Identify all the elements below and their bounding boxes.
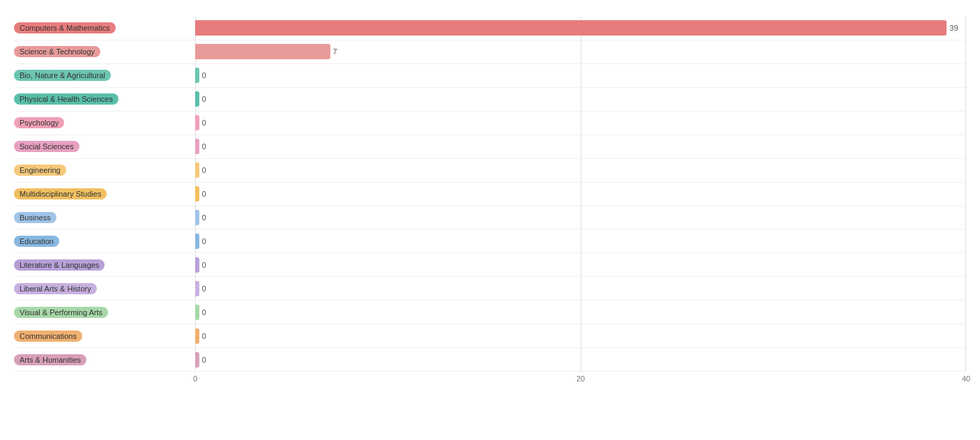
bar-value-label: 0	[202, 190, 206, 198]
bar-fill	[195, 139, 199, 154]
bar-label: Communications	[14, 331, 195, 342]
bar-track: 0	[195, 210, 966, 225]
bar-track: 0	[195, 352, 966, 367]
bar-row: Science & Technology7	[14, 40, 966, 64]
bar-label: Psychology	[14, 117, 195, 128]
bar-row: Literature & Languages0	[14, 253, 966, 277]
bar-label: Computers & Mathematics	[14, 22, 195, 33]
bar-label: Social Sciences	[14, 141, 195, 152]
bar-track: 0	[195, 328, 966, 344]
bar-track: 0	[195, 305, 966, 320]
bar-label: Bio, Nature & Agricultural	[14, 70, 195, 81]
bar-track: 0	[195, 281, 966, 296]
bar-fill	[195, 68, 199, 83]
bar-label-pill: Visual & Performing Arts	[14, 307, 108, 318]
bar-row: Computers & Mathematics39	[14, 17, 966, 40]
bar-track: 0	[195, 68, 966, 83]
bar-row: Social Sciences0	[14, 135, 966, 159]
bar-value-label: 0	[202, 71, 206, 79]
bar-label: Science & Technology	[14, 46, 195, 57]
bar-row: Engineering0	[14, 159, 966, 183]
bar-label-pill: Arts & Humanities	[14, 354, 86, 365]
x-tick-label: 20	[576, 374, 585, 383]
bar-label: Education	[14, 236, 195, 247]
bar-track: 0	[195, 91, 966, 107]
bar-label: Arts & Humanities	[14, 354, 195, 365]
bar-row: Business0	[14, 206, 966, 230]
bar-label-pill: Psychology	[14, 117, 64, 128]
bar-label-pill: Communications	[14, 331, 82, 342]
bar-row: Visual & Performing Arts0	[14, 301, 966, 324]
bar-label: Physical & Health Sciences	[14, 93, 195, 105]
bar-fill	[195, 257, 199, 273]
bar-label-pill: Engineering	[14, 165, 66, 176]
chart-container: Computers & Mathematics39Science & Techn…	[0, 0, 980, 440]
bar-label: Visual & Performing Arts	[14, 307, 195, 318]
bar-value-label: 0	[202, 332, 206, 340]
bar-value-label: 0	[202, 213, 206, 222]
bar-track: 0	[195, 257, 966, 273]
bar-track: 0	[195, 234, 966, 249]
bar-fill	[195, 91, 199, 107]
chart-area: Computers & Mathematics39Science & Techn…	[14, 17, 966, 388]
bar-value-label: 0	[202, 119, 206, 127]
bar-fill	[195, 115, 199, 130]
bar-label-pill: Multidisciplinary Studies	[14, 188, 107, 199]
bar-track: 0	[195, 139, 966, 154]
bar-value-label: 39	[949, 24, 958, 32]
bar-row: Education0	[14, 229, 966, 253]
bar-value-label: 0	[202, 261, 206, 269]
bar-row: Multidisciplinary Studies0	[14, 183, 966, 206]
bar-label: Engineering	[14, 165, 195, 176]
bar-label-pill: Education	[14, 236, 59, 247]
bar-label-pill: Bio, Nature & Agricultural	[14, 70, 111, 81]
x-axis: 02040	[195, 374, 966, 388]
bar-track: 0	[195, 162, 966, 178]
bar-track: 0	[195, 115, 966, 130]
x-tick-label: 40	[962, 374, 970, 383]
bar-label: Liberal Arts & History	[14, 283, 195, 294]
bar-fill	[195, 162, 199, 178]
bar-label-pill: Liberal Arts & History	[14, 283, 97, 294]
bar-value-label: 7	[333, 47, 337, 56]
bar-value-label: 0	[202, 308, 206, 317]
bar-fill	[195, 305, 199, 320]
bar-fill	[195, 186, 199, 202]
bar-label-pill: Literature & Languages	[14, 259, 105, 271]
bar-value-label: 0	[202, 356, 206, 364]
bars-section: Computers & Mathematics39Science & Techn…	[14, 17, 966, 372]
bar-label: Literature & Languages	[14, 259, 195, 271]
bar-label-pill: Science & Technology	[14, 46, 100, 57]
bar-value-label: 0	[202, 285, 206, 293]
bar-fill	[195, 352, 199, 367]
bar-row: Communications0	[14, 324, 966, 348]
bar-label-pill: Computers & Mathematics	[14, 22, 116, 33]
x-tick-label: 0	[193, 374, 197, 383]
bar-row: Psychology0	[14, 112, 966, 135]
bar-row: Liberal Arts & History0	[14, 277, 966, 301]
bar-fill	[195, 20, 947, 36]
bar-label: Multidisciplinary Studies	[14, 188, 195, 199]
bar-fill	[195, 328, 199, 344]
bar-row: Arts & Humanities0	[14, 348, 966, 372]
bar-track: 39	[195, 20, 966, 36]
bar-track: 0	[195, 186, 966, 202]
bar-label-pill: Social Sciences	[14, 141, 79, 152]
bar-fill	[195, 281, 199, 296]
bar-fill	[195, 44, 330, 59]
bar-label-pill: Physical & Health Sciences	[14, 93, 118, 105]
bar-row: Physical & Health Sciences0	[14, 88, 966, 112]
bar-row: Bio, Nature & Agricultural0	[14, 64, 966, 88]
bar-value-label: 0	[202, 95, 206, 103]
bar-label-pill: Business	[14, 212, 56, 223]
bar-fill	[195, 234, 199, 249]
bar-value-label: 0	[202, 237, 206, 245]
bar-value-label: 0	[202, 166, 206, 174]
bar-label: Business	[14, 212, 195, 223]
bar-value-label: 0	[202, 142, 206, 151]
bar-track: 7	[195, 44, 966, 59]
bar-fill	[195, 210, 199, 225]
